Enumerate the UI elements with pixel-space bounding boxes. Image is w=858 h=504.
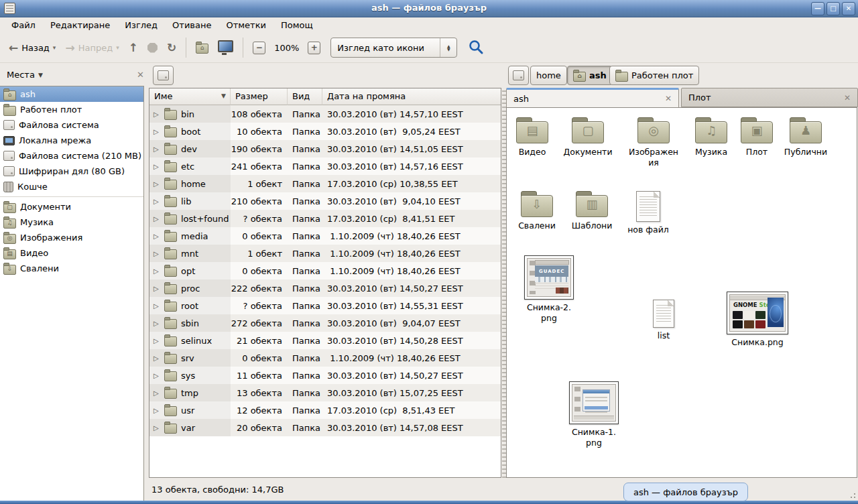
item-Снимка-1.png[interactable]: Снимка-1.png xyxy=(569,381,619,448)
column-header-date[interactable]: Дата на промяна xyxy=(322,88,501,105)
expander-icon[interactable]: ▷ xyxy=(154,198,160,205)
menu-item[interactable]: Отиване xyxy=(165,19,219,32)
resize-grip[interactable] xyxy=(847,490,857,499)
item-Музика[interactable]: ♫Музика xyxy=(688,117,735,158)
icon-view[interactable]: ▤Видео▢Документи◎Изображения♫Музика▣Плот… xyxy=(506,107,857,478)
sidebar-item-Музика[interactable]: ♫Музика xyxy=(0,214,143,230)
back-button[interactable]: ← Назад ▾ xyxy=(4,36,60,59)
menu-item[interactable]: Помощ xyxy=(273,19,320,32)
tab-ash[interactable]: ash ✕ xyxy=(506,88,679,107)
item-нов файл[interactable]: нов файл xyxy=(623,191,674,235)
sidebar-item-ash[interactable]: ⌂ash xyxy=(0,86,143,102)
menu-item[interactable]: Отметки xyxy=(219,19,273,32)
home-button[interactable]: ⌂ xyxy=(191,36,213,59)
close-button[interactable]: ✕ xyxy=(842,2,855,15)
table-row[interactable]: ▷sys11 обектаПапка30.03.2010 (вт) 14,50,… xyxy=(149,367,501,384)
sidebar-item-Видео[interactable]: ▤Видео xyxy=(0,245,143,261)
sidebar-header[interactable]: Места ▼ ✕ xyxy=(0,64,151,86)
sidebar-item-Шифриран дял (80 GB)[interactable]: Шифриран дял (80 GB) xyxy=(0,164,143,179)
expander-icon[interactable]: ▷ xyxy=(154,355,160,362)
item-Публични[interactable]: ♟Публични xyxy=(779,117,833,158)
expander-icon[interactable]: ▷ xyxy=(154,337,160,344)
table-row[interactable]: ▷usr12 обектаПапка17.03.2010 (ср) 8,51,4… xyxy=(149,401,501,419)
sidebar-item-Кошче[interactable]: Кошче xyxy=(0,179,143,194)
sidebar-item-Изображения[interactable]: ◎Изображения xyxy=(0,230,143,245)
table-row[interactable]: ▷opt0 обектаПапка 1.10.2009 (чт) 18,40,2… xyxy=(149,262,501,279)
table-row[interactable]: ▷lib210 обектаПапка30.03.2010 (вт) 9,04,… xyxy=(149,192,501,210)
item-Снимка-2.png[interactable]: GUADECСнимка-2.png xyxy=(524,255,574,324)
expander-icon[interactable]: ▷ xyxy=(154,128,160,135)
expander-icon[interactable]: ▷ xyxy=(154,163,160,170)
table-row[interactable]: ▷home1 обектПапка17.03.2010 (ср) 10,38,5… xyxy=(149,175,501,192)
table-row[interactable]: ▷mnt1 обектПапка 1.10.2009 (чт) 18,40,26… xyxy=(149,245,501,262)
path-current-button[interactable]: ⌂ ash xyxy=(567,66,613,85)
sidebar-item-Работен плот[interactable]: Работен плот xyxy=(0,102,143,117)
sidebar-close-icon[interactable]: ✕ xyxy=(137,70,144,80)
menu-item[interactable]: Редактиране xyxy=(43,19,117,32)
expander-icon[interactable]: ▷ xyxy=(154,285,160,292)
table-row[interactable]: ▷root? обектаПапка30.03.2010 (вт) 14,55,… xyxy=(149,297,501,314)
expander-icon[interactable]: ▷ xyxy=(154,320,160,327)
sidebar-item-Файлова система[interactable]: Файлова система xyxy=(0,117,143,133)
table-row[interactable]: ▷dev190 обектаПапка30.03.2010 (вт) 14,51… xyxy=(149,140,501,158)
table-row[interactable]: ▷selinux21 обектаПапка30.03.2010 (вт) 14… xyxy=(149,332,501,349)
table-row[interactable]: ▷etc241 обектаПапка30.03.2010 (вт) 14,57… xyxy=(149,158,501,175)
minimize-button[interactable]: — xyxy=(811,2,824,15)
zoom-out-button[interactable]: − xyxy=(248,36,270,59)
sidebar-item-Документи[interactable]: ▢Документи xyxy=(0,199,143,214)
table-row[interactable]: ▷bin108 обектаПапка30.03.2010 (вт) 14,57… xyxy=(149,105,501,123)
tab-close-icon[interactable]: ✕ xyxy=(844,93,851,103)
expander-icon[interactable]: ▷ xyxy=(154,145,160,153)
table-row[interactable]: ▷proc222 обектаПапка30.03.2010 (вт) 14,5… xyxy=(149,279,501,297)
item-Свалени[interactable]: ⇩Свалени xyxy=(511,191,562,231)
expander-icon[interactable]: ▷ xyxy=(154,250,160,257)
item-Документи[interactable]: ▢Документи xyxy=(559,117,617,158)
view-mode-select[interactable]: Изглед като икони ▲▼ xyxy=(330,38,457,58)
table-row[interactable]: ▷boot10 обектаПапка30.03.2010 (вт) 9,05,… xyxy=(149,123,501,140)
stop-button[interactable] xyxy=(143,36,162,59)
menu-item[interactable]: Файл xyxy=(4,19,43,32)
expander-icon[interactable]: ▷ xyxy=(154,180,160,188)
column-header-type[interactable]: Вид xyxy=(288,88,322,105)
expander-icon[interactable]: ▷ xyxy=(154,389,160,397)
column-header-name[interactable]: Име ▼ xyxy=(149,88,231,105)
expander-icon[interactable]: ▷ xyxy=(154,267,160,275)
item-Шаблони[interactable]: ▥Шаблони xyxy=(566,191,617,231)
zoom-in-button[interactable]: + xyxy=(303,36,325,59)
up-button[interactable]: ↑ xyxy=(124,36,143,59)
reload-button[interactable]: ↻ xyxy=(162,36,181,59)
item-list[interactable]: list xyxy=(649,300,678,341)
path-root-button[interactable] xyxy=(508,66,529,85)
tree-root-button[interactable] xyxy=(153,66,174,85)
path-home-button[interactable]: home xyxy=(530,66,567,85)
item-Видео[interactable]: ▤Видео xyxy=(507,117,558,158)
forward-button[interactable]: → Напред ▾ xyxy=(60,36,123,59)
computer-button[interactable] xyxy=(213,36,238,59)
titlebar[interactable]: ash — файлов браузър — □ ✕ xyxy=(0,0,858,17)
table-row[interactable]: ▷lost+found? обектаПапка17.03.2010 (ср) … xyxy=(149,210,501,227)
expander-icon[interactable]: ▷ xyxy=(154,111,160,118)
sidebar-item-Файлова система (210 MB)[interactable]: Файлова система (210 MB) xyxy=(0,148,143,164)
sidebar-item-Локална мрежа[interactable]: Локална мрежа xyxy=(0,133,143,148)
item-Снимка.png[interactable]: GNOME StoreСнимка.png xyxy=(727,292,788,348)
column-header-size[interactable]: Размер xyxy=(231,88,288,105)
tab-plot[interactable]: Плот ✕ xyxy=(681,88,858,107)
path-desktop-button[interactable]: Работен плот xyxy=(609,66,699,85)
item-Изображения[interactable]: ◎Изображения xyxy=(627,117,680,168)
table-row[interactable]: ▷media0 обектаПапка 1.10.2009 (чт) 18,40… xyxy=(149,227,501,245)
expander-icon[interactable]: ▷ xyxy=(154,302,160,310)
expander-icon[interactable]: ▷ xyxy=(154,407,160,414)
table-row[interactable]: ▷sbin272 обектаПапка30.03.2010 (вт) 9,04… xyxy=(149,314,501,332)
expander-icon[interactable]: ▷ xyxy=(154,424,160,432)
spinner-arrows-icon[interactable]: ▲▼ xyxy=(440,38,456,57)
table-row[interactable]: ▷var20 обектаПапка30.03.2010 (вт) 14,57,… xyxy=(149,419,501,436)
tab-close-icon[interactable]: ✕ xyxy=(665,94,672,103)
maximize-button[interactable]: □ xyxy=(826,2,840,15)
search-button[interactable] xyxy=(464,38,488,58)
expander-icon[interactable]: ▷ xyxy=(154,372,160,379)
table-row[interactable]: ▷tmp13 обектаПапка30.03.2010 (вт) 15,07,… xyxy=(149,384,501,401)
expander-icon[interactable]: ▷ xyxy=(154,215,160,223)
taskbar-window-button[interactable]: ash — файлов браузър xyxy=(623,483,748,501)
sidebar-item-Свалени[interactable]: ⇩Свалени xyxy=(0,261,143,276)
menu-item[interactable]: Изглед xyxy=(117,19,165,32)
